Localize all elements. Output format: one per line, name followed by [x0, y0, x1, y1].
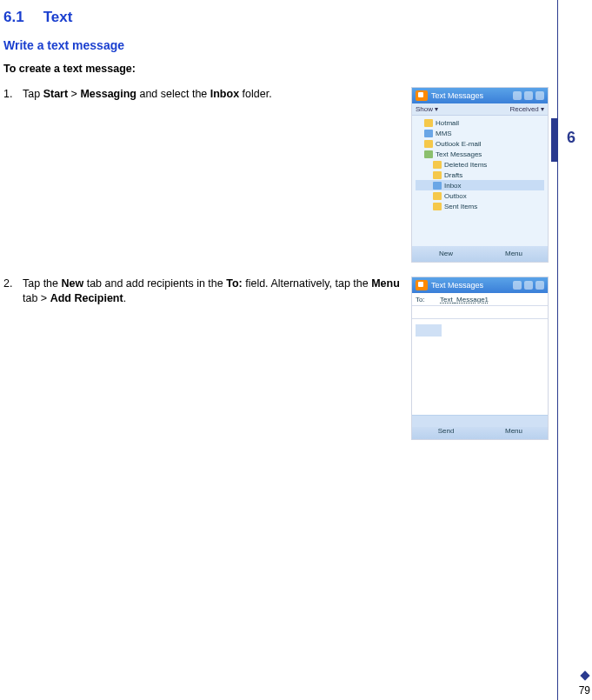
wm-titlebar: Text Messages — [412, 88, 548, 103]
to-value: Text_Message1 — [440, 296, 489, 303]
wm-subbar: Show ▾ Received ▾ — [412, 103, 548, 116]
start-icon — [416, 280, 428, 290]
folder-icon — [424, 119, 433, 127]
folder-icon — [433, 161, 442, 169]
step-number: 1. — [3, 87, 23, 102]
softkey-right: Menu — [480, 246, 548, 262]
folder-icon — [433, 182, 442, 190]
start-icon — [416, 90, 428, 101]
to-field-row: To: Text_Message1 — [412, 293, 548, 306]
tree-item: Outlook E-mail — [416, 138, 544, 149]
folder-tree: HotmailMMSOutlook E-mailText MessagesDel… — [412, 116, 548, 246]
footer-ornament-icon — [580, 670, 589, 680]
tree-item: Hotmail — [416, 117, 544, 128]
tree-item: Outbox — [416, 190, 544, 201]
folder-icon — [424, 150, 433, 158]
folder-icon — [424, 130, 433, 137]
step-number: 2. — [3, 277, 23, 306]
folder-icon — [424, 140, 433, 148]
tree-item-label: Deleted Items — [444, 161, 487, 169]
step-body: Tap Start > Messaging and select the Inb… — [23, 87, 272, 102]
page-number: 79 — [579, 684, 590, 697]
page-content: 6.1Text Write a text message To create a… — [0, 0, 557, 700]
tree-item: Drafts — [416, 170, 544, 180]
step-text: 1. Tap Start > Messaging and select the … — [3, 87, 411, 102]
folder-icon — [433, 171, 442, 179]
cursor-block — [416, 324, 442, 337]
step-body: Tap the New tab and add recipients in th… — [23, 277, 402, 306]
tree-item: Text Messages — [416, 149, 544, 159]
tree-item-label: Drafts — [444, 171, 462, 179]
tree-item-label: Text Messages — [436, 150, 482, 158]
wm-softkeys: New Menu — [412, 246, 548, 262]
page-margin: 6 79 — [557, 0, 592, 700]
tree-item: MMS — [416, 128, 544, 138]
subsection-heading: Write a text message — [3, 38, 549, 52]
tree-item-label: Outlook E-mail — [436, 140, 481, 148]
compose-body: To: Text_Message1 — [412, 293, 548, 423]
wm-title-text: Text Messages — [431, 281, 483, 290]
wm-sub-right: Received ▾ — [509, 105, 544, 113]
tree-item: Sent Items — [416, 201, 544, 211]
folder-icon — [433, 203, 442, 210]
section-heading: 6.1Text — [3, 9, 549, 26]
thumb-tab — [551, 118, 558, 162]
lead-text: To create a text message: — [3, 63, 549, 75]
tree-item-label: MMS — [436, 130, 452, 137]
folder-icon — [433, 192, 442, 200]
step-text: 2. Tap the New tab and add recipients in… — [3, 277, 411, 306]
wm-sub-left: Show ▾ — [416, 105, 438, 113]
wm-title-text: Text Messages — [431, 91, 483, 100]
to-label: To: — [416, 296, 440, 303]
input-bar — [412, 415, 548, 427]
wm-titlebar: Text Messages — [412, 277, 548, 293]
chapter-number: 6 — [567, 129, 575, 147]
step-row: 2. Tap the New tab and add recipients in… — [3, 277, 549, 440]
tree-item-label: Inbox — [444, 182, 462, 190]
tree-item: Inbox — [416, 180, 544, 190]
screenshot-inbox-folders: Text Messages Show ▾ Received ▾ HotmailM… — [411, 87, 549, 263]
section-title: Text — [43, 9, 73, 25]
empty-row — [412, 306, 548, 319]
step-row: 1. Tap Start > Messaging and select the … — [3, 87, 549, 263]
section-number: 6.1 — [3, 9, 24, 25]
message-area — [412, 324, 548, 415]
tree-item-label: Outbox — [444, 192, 467, 200]
tree-item-label: Hotmail — [436, 119, 459, 127]
wm-title-icons — [513, 281, 544, 290]
wm-title-icons — [513, 91, 544, 100]
softkey-left: New — [412, 246, 480, 262]
tree-item: Deleted Items — [416, 159, 544, 170]
screenshot-compose: Text Messages To: Text_Message1 Send — [411, 277, 549, 440]
tree-item-label: Sent Items — [444, 203, 477, 210]
